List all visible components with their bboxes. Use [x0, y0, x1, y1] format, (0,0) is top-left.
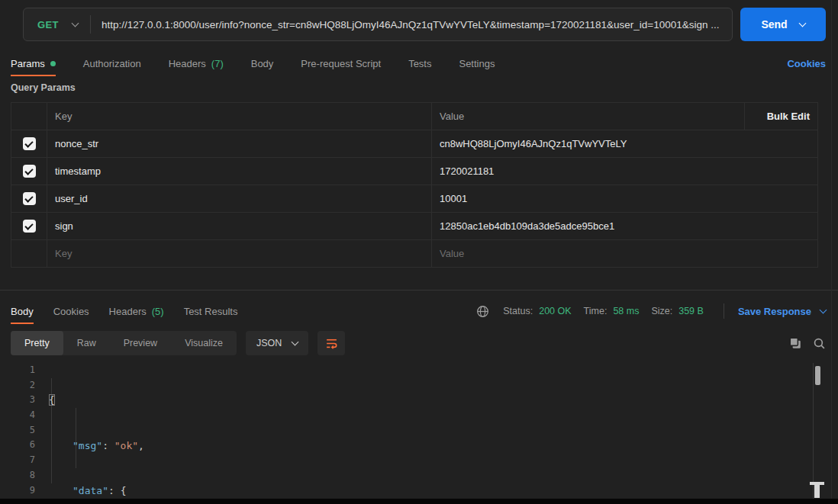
scrollbar-thumb[interactable]	[815, 366, 820, 385]
response-tab-test-results[interactable]: Test Results	[184, 306, 238, 317]
request-url-row: GET http://127.0.0.1:8000/user/info?nonc…	[23, 8, 826, 41]
search-icon[interactable]	[813, 337, 826, 350]
tab-body[interactable]: Body	[251, 58, 274, 69]
divider	[724, 303, 724, 319]
response-body-editor[interactable]: 1 2 3 4 5 6 7 8 9 { "msg": "ok", "data":…	[0, 363, 828, 499]
cursor-position-marker	[814, 482, 820, 498]
param-value[interactable]: cn8wHQ88LjOmyI46AJnQz1qTVwYVTeLY	[431, 130, 817, 157]
new-param-key-input[interactable]	[55, 248, 424, 259]
param-key[interactable]: user_id	[47, 185, 431, 212]
chevron-down-icon	[820, 307, 827, 314]
row-checkbox[interactable]	[23, 220, 36, 233]
url-container: GET http://127.0.0.1:8000/user/info?nonc…	[23, 8, 733, 41]
param-value[interactable]: 1720021181	[431, 158, 817, 185]
column-header-key: Key	[47, 103, 431, 130]
status-badge: 200 OK	[539, 306, 571, 316]
code-line: {	[41, 393, 813, 408]
response-headers-count-badge: (5)	[152, 306, 164, 317]
wrap-text-icon	[325, 337, 338, 350]
headers-count-badge: (7)	[211, 58, 224, 69]
view-visualize[interactable]: Visualize	[171, 331, 237, 355]
scrollbar-track	[813, 363, 814, 499]
param-key[interactable]: timestamp	[47, 158, 431, 185]
view-switcher: Pretty Raw Preview Visualize	[11, 331, 237, 355]
response-tab-body[interactable]: Body	[11, 306, 34, 317]
response-action-icons	[788, 336, 826, 350]
response-meta: Status: 200 OK Time: 58 ms Size: 359 B S…	[476, 303, 826, 319]
method-selector[interactable]: GET	[24, 19, 73, 30]
network-globe-icon[interactable]	[476, 305, 489, 318]
time-label: Time:	[584, 306, 608, 316]
bulk-edit-button[interactable]: Bulk Edit	[744, 103, 817, 130]
code-lines: { "msg": "ok", "data": { "name": "码农先森",…	[41, 363, 813, 504]
view-pretty[interactable]: Pretty	[11, 331, 63, 355]
row-checkbox[interactable]	[23, 192, 36, 205]
table-empty-row	[11, 239, 817, 267]
copy-icon[interactable]	[788, 336, 802, 350]
pane-divider[interactable]	[0, 290, 838, 291]
code-line: "data": {	[41, 483, 813, 499]
status-label: Status:	[503, 306, 533, 316]
new-param-value-input[interactable]	[440, 248, 810, 259]
tab-params[interactable]: Params	[11, 58, 56, 69]
view-raw[interactable]: Raw	[63, 331, 110, 355]
response-tabs: Body Cookies Headers (5) Test Results St…	[11, 299, 826, 323]
chevron-down-icon	[292, 339, 299, 346]
bottom-bar	[0, 499, 838, 504]
view-preview[interactable]: Preview	[110, 331, 171, 355]
line-numbers-gutter: 1 2 3 4 5 6 7 8 9	[0, 363, 35, 498]
save-response-button[interactable]: Save Response	[738, 306, 826, 317]
tab-pre-request-script[interactable]: Pre-request Script	[301, 58, 381, 69]
send-button[interactable]: Send	[740, 8, 826, 41]
param-key[interactable]: sign	[47, 213, 431, 239]
param-value[interactable]: 12850ac1eb4db109da3de5adce95bce1	[431, 213, 817, 239]
size-label: Size:	[651, 306, 672, 316]
table-row: user_id 10001	[11, 185, 817, 212]
table-row: timestamp 1720021181	[11, 157, 817, 185]
response-tab-headers[interactable]: Headers (5)	[109, 306, 164, 317]
tab-settings[interactable]: Settings	[459, 58, 495, 69]
column-header-value: Value	[431, 103, 744, 130]
window-edge-divider	[831, 0, 832, 504]
size-value: 359 B	[678, 306, 704, 316]
params-active-dot-icon	[50, 61, 56, 66]
row-checkbox[interactable]	[23, 165, 36, 178]
chevron-down-icon[interactable]	[798, 20, 806, 27]
chevron-down-icon[interactable]	[71, 20, 79, 27]
cookies-link[interactable]: Cookies	[787, 58, 826, 69]
param-value[interactable]: 10001	[431, 185, 817, 212]
tab-authorization[interactable]: Authorization	[83, 58, 141, 69]
header-checkbox-cell	[11, 103, 47, 130]
query-params-table: Key Value Bulk Edit nonce_str cn8wHQ88Lj…	[11, 102, 818, 268]
request-tabs: Params Authorization Headers (7) Body Pr…	[11, 52, 826, 75]
postman-window: GET http://127.0.0.1:8000/user/info?nonc…	[0, 0, 838, 504]
time-value: 58 ms	[613, 306, 639, 316]
code-line: "msg": "ok",	[41, 438, 813, 454]
tab-tests[interactable]: Tests	[408, 58, 431, 69]
wrap-text-button[interactable]	[317, 331, 345, 355]
query-params-heading: Query Params	[11, 82, 76, 93]
tab-headers[interactable]: Headers (7)	[169, 58, 224, 69]
response-toolbar: Pretty Raw Preview Visualize JSON	[11, 331, 826, 355]
response-tab-cookies[interactable]: Cookies	[53, 306, 89, 317]
table-row: nonce_str cn8wHQ88LjOmyI46AJnQz1qTVwYVTe…	[11, 130, 817, 157]
table-header-row: Key Value Bulk Edit	[11, 103, 817, 130]
table-row: sign 12850ac1eb4db109da3de5adce95bce1	[11, 212, 817, 239]
row-checkbox[interactable]	[23, 137, 36, 150]
language-dropdown[interactable]: JSON	[246, 331, 308, 355]
url-input[interactable]: http://127.0.0.1:8000/user/info?nonce_st…	[91, 19, 732, 30]
param-key[interactable]: nonce_str	[47, 130, 431, 157]
